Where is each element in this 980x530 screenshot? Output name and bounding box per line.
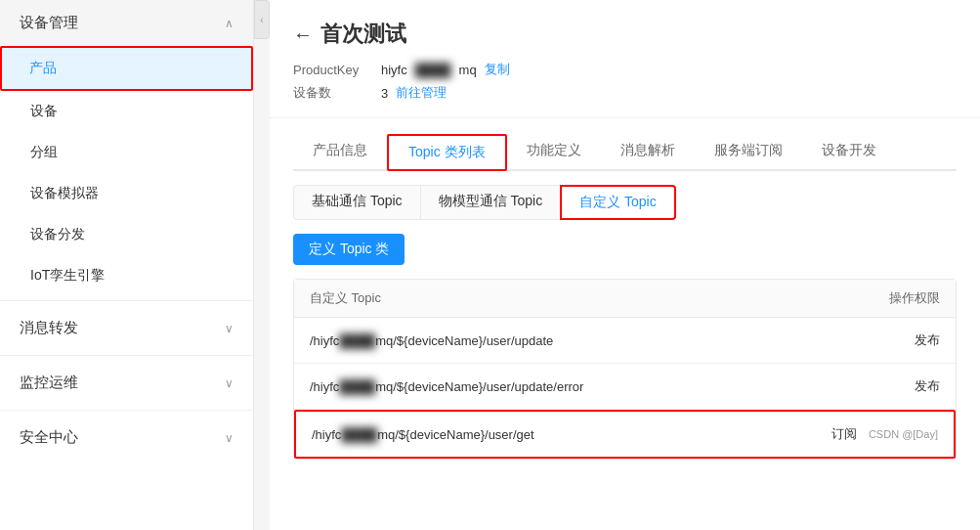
topic-value-3: /hiyfc████mq/${deviceName}/user/get — [312, 427, 831, 442]
product-key-prefix: hiyfc — [381, 63, 407, 77]
product-key-value: hiyfc████mq 复制 — [381, 61, 510, 78]
perm-value-2: 发布 — [915, 377, 940, 395]
tab-topic-list[interactable]: Topic 类列表 — [387, 134, 507, 171]
table-row: /hiyfc████mq/${deviceName}/user/get 订阅 C… — [294, 410, 956, 459]
sidebar-section-message-forward: 消息转发 ∨ — [0, 305, 253, 351]
tab-custom-topic[interactable]: 自定义 Topic — [560, 185, 676, 220]
chevron-up-icon: ∧ — [225, 17, 234, 30]
tab-model-topic[interactable]: 物模型通信 Topic — [420, 185, 562, 220]
sidebar-section-header-message-forward[interactable]: 消息转发 ∨ — [0, 305, 253, 351]
divider-3 — [0, 410, 253, 411]
chevron-down-icon-1: ∨ — [225, 322, 234, 335]
device-count-label: 设备数 — [293, 84, 381, 102]
product-key-label: ProductKey — [293, 63, 381, 77]
sidebar-item-iot-twin[interactable]: IoT孪生引擎 — [0, 255, 253, 296]
sidebar-section-header-device-management[interactable]: 设备管理 ∧ — [0, 0, 253, 46]
sidebar-item-group[interactable]: 分组 — [0, 132, 253, 173]
define-topic-button[interactable]: 定义 Topic 类 — [293, 234, 405, 265]
goto-manage-link[interactable]: 前往管理 — [396, 84, 447, 102]
topic-value-2: /hiyfc████mq/${deviceName}/user/update/e… — [310, 379, 915, 394]
divider-2 — [0, 355, 253, 356]
topic-value-1: /hiyfc████mq/${deviceName}/user/update — [310, 333, 915, 348]
perm-value-1: 发布 — [915, 331, 940, 349]
product-key-blurred: ████ — [415, 63, 451, 77]
sidebar-label-message-forward: 消息转发 — [20, 319, 78, 337]
product-key-suffix: mq — [459, 63, 477, 77]
device-count-row: 设备数 3 前往管理 — [293, 84, 957, 102]
main-header: ← 首次测试 ProductKey hiyfc████mq 复制 设备数 3 前… — [270, 0, 980, 118]
table-row: /hiyfc████mq/${deviceName}/user/update 发… — [294, 318, 956, 364]
perm-value-3: 订阅 CSDN @[Day] — [831, 425, 938, 443]
table-row: /hiyfc████mq/${deviceName}/user/update/e… — [294, 364, 956, 410]
chevron-down-icon-3: ∨ — [225, 431, 234, 445]
product-key-row: ProductKey hiyfc████mq 复制 — [293, 61, 957, 78]
topic-table: 自定义 Topic 操作权限 /hiyfc████mq/${deviceName… — [293, 279, 957, 460]
sidebar-section-device-management: 设备管理 ∧ 产品 设备 分组 设备模拟器 设备分发 IoT孪生引擎 — [0, 0, 253, 296]
col-topic-header: 自定义 Topic — [310, 289, 381, 307]
chevron-down-icon-2: ∨ — [225, 376, 234, 390]
tab-func-def[interactable]: 功能定义 — [507, 134, 601, 171]
main-content: ← 首次测试 ProductKey hiyfc████mq 复制 设备数 3 前… — [270, 0, 980, 530]
sidebar-section-header-security-center[interactable]: 安全中心 ∨ — [0, 415, 253, 461]
watermark-text: CSDN @[Day] — [869, 428, 938, 440]
tab-device-dev[interactable]: 设备开发 — [802, 134, 896, 171]
col-perm-header: 操作权限 — [889, 289, 940, 307]
sidebar-section-security-center: 安全中心 ∨ — [0, 415, 253, 461]
tab-msg-parse[interactable]: 消息解析 — [601, 134, 695, 171]
divider-1 — [0, 300, 253, 301]
sidebar-label-monitor-ops: 监控运维 — [20, 374, 78, 392]
sidebar-section-header-monitor-ops[interactable]: 监控运维 ∨ — [0, 360, 253, 406]
page-title-area: ← 首次测试 — [293, 20, 957, 49]
sidebar-item-device-distribution[interactable]: 设备分发 — [0, 214, 253, 255]
back-button[interactable]: ← — [293, 23, 313, 46]
copy-button[interactable]: 复制 — [485, 61, 510, 78]
secondary-tabs: 基础通信 Topic 物模型通信 Topic 自定义 Topic — [270, 171, 980, 220]
sidebar-section-label: 设备管理 — [20, 14, 78, 32]
sidebar-label-security-center: 安全中心 — [20, 428, 78, 447]
sidebar-section-monitor-ops: 监控运维 ∨ — [0, 360, 253, 406]
tab-server-subscribe[interactable]: 服务端订阅 — [695, 134, 802, 171]
page-title: 首次测试 — [320, 20, 406, 49]
tab-product-info[interactable]: 产品信息 — [293, 134, 387, 171]
sidebar-item-device-simulator[interactable]: 设备模拟器 — [0, 173, 253, 214]
tab-basic-topic[interactable]: 基础通信 Topic — [293, 185, 421, 220]
sidebar: 设备管理 ∧ 产品 设备 分组 设备模拟器 设备分发 IoT孪生引擎 消息转发 … — [0, 0, 254, 530]
table-header: 自定义 Topic 操作权限 — [294, 280, 956, 318]
device-count-value: 3 前往管理 — [381, 84, 447, 102]
sidebar-item-product[interactable]: 产品 — [0, 46, 253, 91]
sidebar-item-device[interactable]: 设备 — [0, 91, 253, 132]
collapse-sidebar-button[interactable]: ‹ — [254, 0, 270, 39]
device-count: 3 — [381, 86, 388, 101]
primary-tabs: 产品信息 Topic 类列表 功能定义 消息解析 服务端订阅 设备开发 — [293, 118, 957, 171]
